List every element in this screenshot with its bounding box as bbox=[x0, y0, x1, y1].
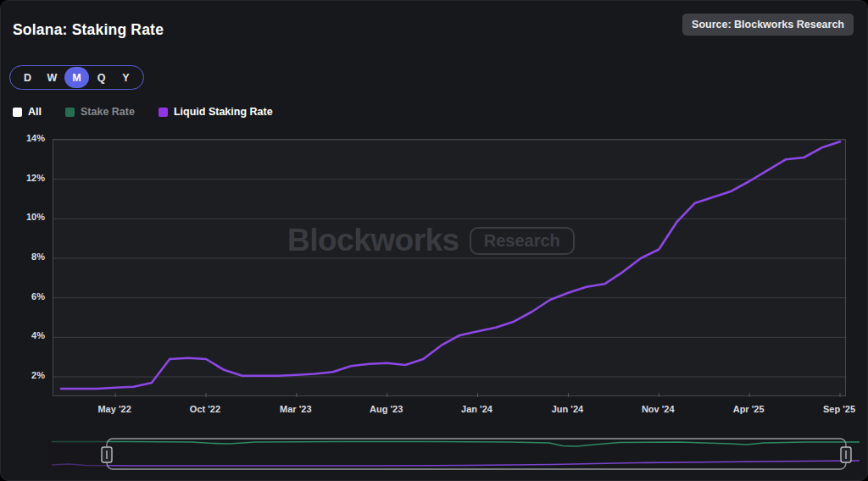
y-axis-tick-label: 8% bbox=[1, 252, 45, 262]
x-axis-tick-label: Nov '24 bbox=[626, 404, 689, 414]
legend-item-liquid-staking-rate[interactable]: Liquid Staking Rate bbox=[159, 106, 273, 118]
x-axis-tick-label: Sep '25 bbox=[808, 404, 868, 414]
x-axis-tick-label: Jan '24 bbox=[446, 404, 509, 414]
y-axis-tick-label: 6% bbox=[1, 291, 45, 301]
legend-item-stake-rate[interactable]: Stake Rate bbox=[65, 106, 135, 118]
x-axis-tick-label: May '22 bbox=[83, 404, 146, 414]
x-axis-tick-label: Aug '23 bbox=[355, 404, 418, 414]
navigator-liquid-line bbox=[52, 461, 860, 466]
legend-item-all[interactable]: All bbox=[13, 106, 42, 118]
y-axis-tick-label: 12% bbox=[1, 173, 45, 183]
liquid-staking-rate-line bbox=[61, 141, 840, 389]
period-button-monthly[interactable]: M bbox=[64, 67, 89, 88]
page-title: Solana: Staking Rate bbox=[13, 21, 164, 39]
period-button-daily[interactable]: D bbox=[15, 67, 40, 88]
legend-label: Stake Rate bbox=[81, 106, 135, 118]
period-button-weekly[interactable]: W bbox=[40, 67, 64, 88]
legend-swatch-icon bbox=[159, 108, 168, 117]
x-axis-tick-label: Mar '23 bbox=[264, 404, 327, 414]
chart-card: Solana: Staking Rate Source: Blockworks … bbox=[0, 0, 868, 481]
x-axis-tick-label: Jun '24 bbox=[536, 404, 598, 414]
legend-label: All bbox=[28, 106, 42, 118]
period-button-yearly[interactable]: Y bbox=[114, 67, 138, 88]
y-axis-tick-label: 2% bbox=[1, 370, 45, 380]
range-navigator[interactable] bbox=[47, 429, 861, 473]
navigator-stake-rate-line bbox=[52, 442, 860, 447]
x-axis-tick-label: Apr '25 bbox=[717, 404, 780, 414]
legend-swatch-icon bbox=[65, 108, 75, 117]
source-badge: Source: Blockworks Research bbox=[682, 14, 854, 36]
y-axis-tick-label: 10% bbox=[1, 212, 45, 222]
x-axis-tick-label: Oct '22 bbox=[174, 404, 236, 414]
navigator-masked-region bbox=[47, 439, 107, 469]
y-axis-tick-label: 14% bbox=[1, 133, 45, 143]
main-chart-svg bbox=[53, 140, 847, 397]
legend-swatch-icon bbox=[13, 108, 22, 117]
plot-area[interactable] bbox=[53, 139, 846, 396]
y-axis-tick-label: 4% bbox=[1, 330, 45, 340]
navigator-right-handle[interactable] bbox=[841, 447, 851, 462]
legend-label: Liquid Staking Rate bbox=[174, 106, 273, 118]
navigator-left-handle[interactable] bbox=[102, 447, 112, 462]
chart-legend: AllStake RateLiquid Staking Rate bbox=[13, 106, 273, 118]
period-selector: D W M Q Y bbox=[9, 65, 144, 90]
period-button-quarterly[interactable]: Q bbox=[89, 67, 114, 88]
